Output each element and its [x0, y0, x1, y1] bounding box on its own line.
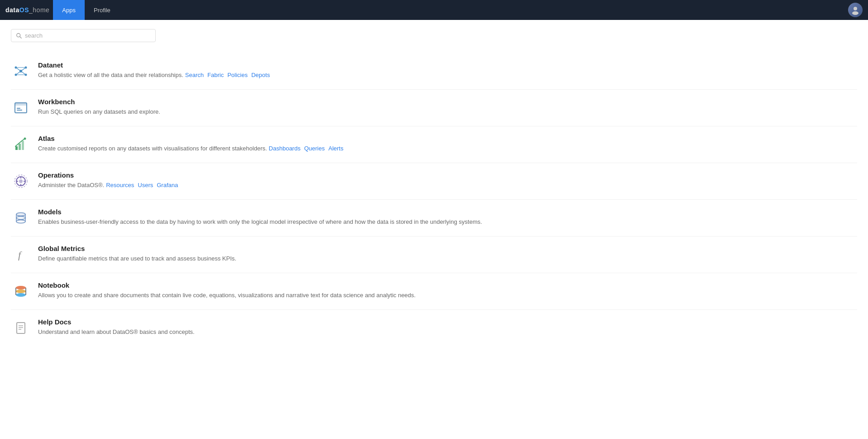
app-name-datanet[interactable]: Datanet — [38, 61, 857, 69]
app-desc-atlas: Create customised reports on any dataset… — [38, 145, 267, 152]
search-wrapper — [11, 29, 857, 42]
svg-point-31 — [16, 217, 25, 220]
nav-tabs: Apps Profile — [53, 0, 120, 20]
app-name-atlas[interactable]: Atlas — [38, 135, 857, 142]
app-desc-line-datanet: Get a holistic view of all the data and … — [38, 71, 857, 79]
app-name-operations[interactable]: Operations — [38, 171, 857, 179]
app-info-notebook: NotebookAllows you to create and share d… — [38, 281, 857, 299]
app-link-atlas-alerts[interactable]: Alerts — [328, 145, 343, 152]
app-link-datanet-search[interactable]: Search — [185, 72, 204, 78]
app-desc-operations: Administer the DataOS®. — [38, 182, 104, 188]
svg-point-22 — [24, 138, 26, 140]
svg-point-37 — [16, 289, 26, 293]
svg-line-10 — [21, 68, 26, 71]
main-content: DatanetGet a holistic view of all the da… — [0, 20, 868, 439]
app-links-datanet: SearchFabricPoliciesDepots — [185, 71, 273, 78]
app-icon-helpdocs — [11, 318, 31, 338]
app-item-datanet: DatanetGet a holistic view of all the da… — [11, 53, 857, 90]
app-desc-line-globalmetrics: Define quantifiable metrics that are use… — [38, 254, 857, 262]
app-desc-helpdocs: Understand and learn about DataOS® basic… — [38, 328, 195, 335]
app-name-globalmetrics[interactable]: Global Metrics — [38, 245, 857, 252]
app-desc-workbench: Run SQL queries on any datasets and expl… — [38, 108, 160, 115]
svg-rect-41 — [17, 323, 25, 333]
app-name-notebook[interactable]: Notebook — [38, 281, 857, 289]
app-link-atlas-dashboards[interactable]: Dashboards — [269, 145, 301, 152]
avatar[interactable] — [848, 3, 863, 17]
app-desc-line-notebook: Allows you to create and share documents… — [38, 291, 857, 299]
svg-rect-19 — [15, 146, 18, 150]
app-icon-notebook — [11, 281, 31, 301]
svg-rect-16 — [15, 103, 27, 106]
app-link-operations-grafana[interactable]: Grafana — [157, 182, 178, 188]
app-name-workbench[interactable]: Workbench — [38, 98, 857, 106]
svg-point-24 — [19, 179, 23, 183]
search-input[interactable] — [25, 32, 151, 39]
app-item-operations: OperationsAdminister the DataOS®.Resourc… — [11, 163, 857, 200]
nav-tab-apps[interactable]: Apps — [53, 0, 85, 20]
app-name-models[interactable]: Models — [38, 208, 857, 216]
app-info-globalmetrics: Global MetricsDefine quantifiable metric… — [38, 245, 857, 262]
app-info-atlas: AtlasCreate customised reports on any da… — [38, 135, 857, 152]
svg-point-32 — [16, 220, 25, 223]
logo-data: data — [5, 6, 19, 14]
app-link-operations-users[interactable]: Users — [138, 182, 153, 188]
svg-line-3 — [20, 36, 22, 38]
svg-point-38 — [16, 293, 26, 297]
app-icon-workbench — [11, 98, 31, 118]
app-icon-operations — [11, 171, 31, 191]
app-item-notebook: NotebookAllows you to create and share d… — [11, 273, 857, 310]
logo-home: _home — [29, 6, 49, 14]
app-desc-models: Enables business-user-friendly access to… — [38, 218, 482, 225]
svg-point-1 — [852, 11, 858, 15]
app-info-models: ModelsEnables business-user-friendly acc… — [38, 208, 857, 226]
app-item-models: ModelsEnables business-user-friendly acc… — [11, 200, 857, 236]
svg-rect-21 — [22, 141, 24, 150]
svg-text:f: f — [18, 249, 22, 261]
logo-text: dataOS_home — [5, 6, 49, 14]
app-info-workbench: WorkbenchRun SQL queries on any datasets… — [38, 98, 857, 116]
search-container — [11, 29, 156, 42]
app-item-atlas: AtlasCreate customised reports on any da… — [11, 126, 857, 163]
app-link-datanet-depots[interactable]: Depots — [251, 72, 270, 78]
logo: dataOS_home — [5, 6, 49, 14]
search-icon — [16, 33, 22, 39]
svg-line-11 — [16, 71, 21, 75]
app-desc-line-helpdocs: Understand and learn about DataOS® basic… — [38, 328, 857, 336]
app-links-operations: ResourcesUsersGrafana — [106, 181, 182, 188]
app-list: DatanetGet a holistic view of all the da… — [11, 53, 857, 346]
app-icon-atlas — [11, 135, 31, 154]
nav-tab-profile[interactable]: Profile — [85, 0, 120, 20]
app-link-datanet-fabric[interactable]: Fabric — [207, 72, 224, 78]
app-item-globalmetrics: f Global MetricsDefine quantifiable metr… — [11, 236, 857, 273]
avatar-image — [848, 3, 863, 17]
app-item-workbench: WorkbenchRun SQL queries on any datasets… — [11, 90, 857, 126]
app-desc-datanet: Get a holistic view of all the data and … — [38, 72, 183, 78]
app-link-datanet-policies[interactable]: Policies — [227, 72, 248, 78]
app-icon-models — [11, 208, 31, 228]
app-desc-line-operations: Administer the DataOS®.ResourcesUsersGra… — [38, 181, 857, 189]
app-links-atlas: DashboardsQueriesAlerts — [269, 144, 347, 152]
app-desc-line-models: Enables business-user-friendly access to… — [38, 217, 857, 226]
app-icon-globalmetrics: f — [11, 245, 31, 265]
app-desc-globalmetrics: Define quantifiable metrics that are use… — [38, 255, 236, 262]
app-icon-datanet — [11, 61, 31, 81]
svg-line-12 — [21, 71, 26, 75]
app-info-helpdocs: Help DocsUnderstand and learn about Data… — [38, 318, 857, 336]
svg-point-30 — [16, 213, 25, 216]
svg-line-9 — [16, 68, 21, 71]
logo-os: OS — [19, 6, 29, 14]
app-link-operations-resources[interactable]: Resources — [106, 182, 134, 188]
app-desc-line-workbench: Run SQL queries on any datasets and expl… — [38, 107, 857, 116]
app-link-atlas-queries[interactable]: Queries — [304, 145, 325, 152]
app-info-datanet: DatanetGet a holistic view of all the da… — [38, 61, 857, 79]
svg-point-36 — [16, 286, 26, 289]
app-info-operations: OperationsAdminister the DataOS®.Resourc… — [38, 171, 857, 189]
app-name-helpdocs[interactable]: Help Docs — [38, 318, 857, 326]
app-item-helpdocs: Help DocsUnderstand and learn about Data… — [11, 310, 857, 346]
svg-point-0 — [854, 7, 857, 10]
app-desc-notebook: Allows you to create and share documents… — [38, 292, 416, 299]
header: dataOS_home Apps Profile — [0, 0, 868, 20]
app-desc-line-atlas: Create customised reports on any dataset… — [38, 144, 857, 152]
svg-rect-20 — [19, 144, 21, 150]
